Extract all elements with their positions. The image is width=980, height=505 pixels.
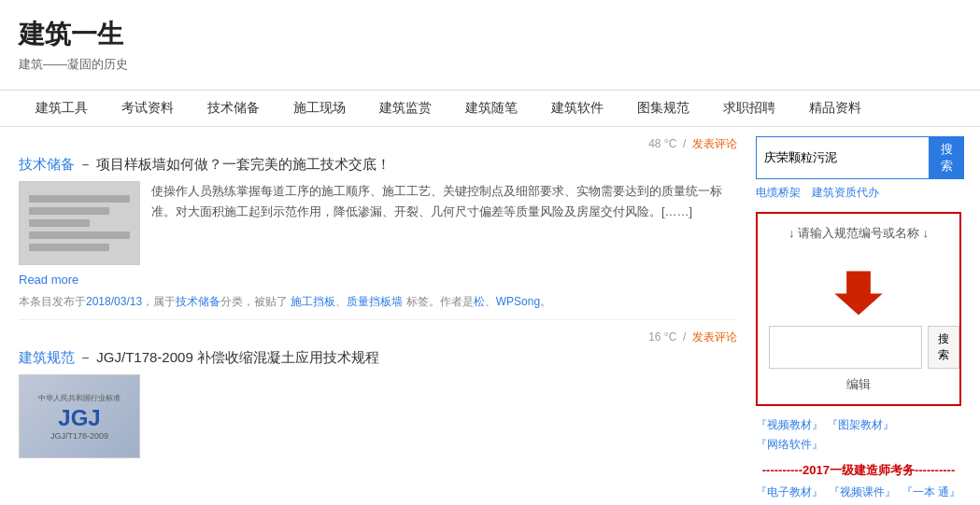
nav-item-shigongxianchang[interactable]: 施工现场 [277,91,362,126]
nav-item-jianzhugongju[interactable]: 建筑工具 [19,91,105,126]
article-1-author1[interactable]: 松 [474,295,485,308]
site-title: 建筑一生 [19,17,961,52]
article-2-separator: － [78,349,92,365]
search-suggestions: 电缆桥架 建筑资质代办 [756,185,961,201]
article-1-category[interactable]: 技术储备 [19,156,75,172]
sidebar-bottom-link-3[interactable]: 『一本 通』 [902,484,960,500]
article-1-temp: 48 °C [648,137,676,150]
thumb-deco-4 [29,231,130,239]
thumb-deco-3 [29,219,90,227]
jgj-num: JGJ/T178-2009 [50,431,108,441]
spec-search-button[interactable]: 搜索 [928,326,959,369]
nav-item-jianzhujiansang[interactable]: 建筑监赏 [362,91,448,126]
article-1-thumbnail [19,181,140,265]
article-2-body: 中华人民共和国行业标准 JGJ JGJ/T178-2009 [19,374,737,458]
suggestion-1[interactable]: 电缆桥架 [756,185,801,201]
nav-item-kaoshiziliao[interactable]: 考试资料 [105,91,191,126]
article-2-comment-link[interactable]: 发表评论 [692,330,737,344]
article-1-title-text: 项目样板墙如何做？一套完美的施工技术交底！ [96,156,391,172]
arrow-area [769,270,948,316]
spec-search-row: 搜索 [769,326,948,369]
article-1-comment-link[interactable]: 发表评论 [692,137,737,150]
sidebar-bottom-link-2[interactable]: 『视频课件』 [829,484,896,500]
down-arrow-icon [831,270,887,316]
article-1-author2[interactable]: WPSong [496,295,540,308]
site-subtitle: 建筑——凝固的历史 [19,56,961,73]
read-more-link[interactable]: Read more [19,273,737,287]
nav-item-tujiguifan[interactable]: 图集规范 [620,91,706,126]
article-2: 16 °C / 发表评论 建筑规范 － JGJ/T178-2009 补偿收缩混凝… [19,330,737,458]
svg-marker-0 [834,271,882,315]
search-box: 搜索 [756,136,961,179]
suggestion-2[interactable]: 建筑资质代办 [812,185,879,201]
article-1-meta-top: 48 °C / 发表评论 [19,136,737,152]
thumb-deco-1 [29,195,130,203]
article-1-separator: － [78,156,92,172]
article-2-temp: 16 °C [648,330,676,344]
article-1-tag2[interactable]: 质量挡板墙 [347,295,403,308]
article-1-footer-text: 本条目发布于2018/03/13，属于技术储备分类，被贴了 施工挡板、质量挡板墙… [19,295,551,308]
sidebar-divider: ----------2017一级建造师考务---------- [756,462,961,479]
nav-item-qiuzhizhaopin[interactable]: 求职招聘 [706,91,792,126]
thumb-deco-5 [29,244,109,251]
sidebar-bottom-link-1[interactable]: 『电子教材』 [756,484,823,500]
spec-edit-link[interactable]: 编辑 [846,377,871,391]
sidebar-top-links: 『视频教材』 『图架教材』 『网络软件』 [756,417,961,453]
jgj-logo: JGJ [58,405,100,431]
sidebar-top-link-2[interactable]: 『图架教材』 [827,417,894,433]
nav-bar: 建筑工具 考试资料 技术储备 施工现场 建筑监赏 建筑随笔 建筑软件 图集规范 … [0,90,980,127]
spec-widget: ↓ 请输入规范编号或名称 ↓ 搜索 编辑 [756,212,961,406]
article-1-body: 使操作人员熟练掌握每道工序的施工顺序、施工工艺、关键控制点及细部要求、实物需要达… [19,181,737,265]
nav-item-jingpinziliao[interactable]: 精品资料 [792,91,878,126]
article-2-title: 建筑规范 － JGJ/T178-2009 补偿收缩混凝土应用技术规程 [19,349,737,367]
content-wrapper: 48 °C / 发表评论 技术储备 － 项目样板墙如何做？一套完美的施工技术交底… [0,127,980,505]
article-2-thumbnail: 中华人民共和国行业标准 JGJ JGJ/T178-2009 [19,374,140,458]
search-input[interactable] [756,136,930,179]
article-1-title: 技术储备 － 项目样板墙如何做？一套完美的施工技术交底！ [19,156,737,174]
nav-item-jishuchubei[interactable]: 技术储备 [191,91,277,126]
nav-item-jianzhuruanjian[interactable]: 建筑软件 [534,91,620,126]
article-2-title-text: JGJ/T178-2009 补偿收缩混凝土应用技术规程 [96,349,379,365]
sidebar: 搜索 电缆桥架 建筑资质代办 ↓ 请输入规范编号或名称 ↓ 搜索 编辑 [756,136,961,500]
jgj-top-text: 中华人民共和国行业标准 [38,393,121,403]
article-1: 48 °C / 发表评论 技术储备 － 项目样板墙如何做？一套完美的施工技术交底… [19,136,737,320]
article-1-date-link[interactable]: 2018/03/13 [86,295,142,308]
spec-search-input[interactable] [769,326,922,369]
article-2-meta-top: 16 °C / 发表评论 [19,330,737,345]
main-content: 48 °C / 发表评论 技术储备 － 项目样板墙如何做？一套完美的施工技术交底… [19,136,737,500]
spec-edit-row: 编辑 [769,376,948,393]
article-1-excerpt: 使操作人员熟练掌握每道工序的施工顺序、施工工艺、关键控制点及细部要求、实物需要达… [151,181,737,265]
sidebar-top-link-1[interactable]: 『视频教材』 [756,417,823,433]
spec-prompt: ↓ 请输入规范编号或名称 ↓ [769,225,948,242]
thumb-deco-2 [29,207,109,215]
search-button[interactable]: 搜索 [930,136,964,179]
article-2-category[interactable]: 建筑规范 [19,349,75,365]
article-1-tag1[interactable]: 施工挡板 [291,295,335,308]
sidebar-bottom-links: 『电子教材』 『视频课件』 『一本 通』 [756,484,961,500]
article-1-cat-link[interactable]: 技术储备 [176,295,220,308]
nav-item-jianzhusubi[interactable]: 建筑随笔 [448,91,534,126]
site-header: 建筑一生 建筑——凝固的历史 [0,0,980,80]
sidebar-top-link-3[interactable]: 『网络软件』 [756,437,823,453]
article-1-footer: 本条目发布于2018/03/13，属于技术储备分类，被贴了 施工挡板、质量挡板墙… [19,294,737,320]
